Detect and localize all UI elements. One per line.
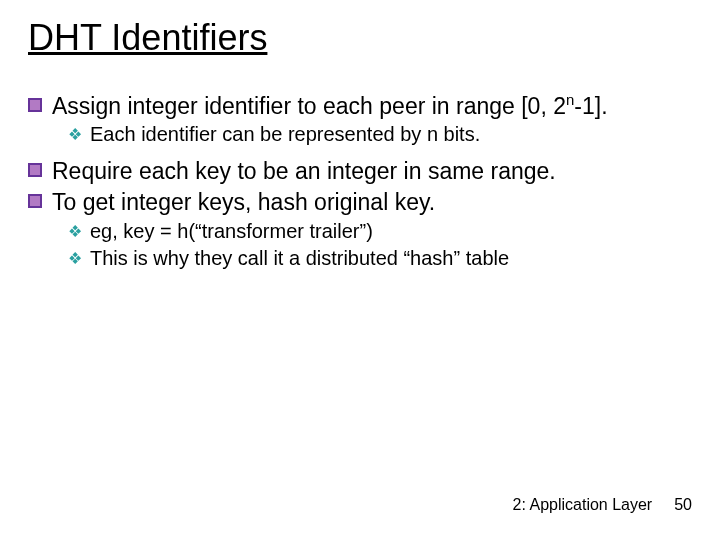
- slide-title: DHT Identifiers: [28, 18, 692, 58]
- bullet-hash-key: To get integer keys, hash original key.: [28, 188, 692, 217]
- diamond-bullet-icon: ❖: [68, 127, 82, 143]
- slide-content: Assign integer identifier to each peer i…: [28, 92, 692, 271]
- sub-bullet-n-bits: ❖ Each identifier can be represented by …: [68, 122, 692, 147]
- diamond-bullet-icon: ❖: [68, 251, 82, 267]
- slide: DHT Identifiers Assign integer identifie…: [0, 0, 720, 540]
- square-bullet-icon: [28, 194, 42, 208]
- bullet-text: Require each key to be an integer in sam…: [52, 157, 692, 186]
- bullet-text: Assign integer identifier to each peer i…: [52, 92, 692, 121]
- slide-footer: 2: Application Layer 50: [513, 496, 692, 514]
- sub-bullet-why-called-dht: ❖ This is why they call it a distributed…: [68, 246, 692, 271]
- bullet-require-key: Require each key to be an integer in sam…: [28, 157, 692, 186]
- sub-bullets-group: ❖ Each identifier can be represented by …: [68, 122, 692, 147]
- text-fragment: -1].: [574, 93, 607, 119]
- sub-bullets-group: ❖ eg, key = h(“transformer trailer”) ❖ T…: [68, 219, 692, 271]
- sub-bullet-text: This is why they call it a distributed “…: [90, 246, 692, 271]
- bullet-assign-identifier: Assign integer identifier to each peer i…: [28, 92, 692, 121]
- sub-bullet-example: ❖ eg, key = h(“transformer trailer”): [68, 219, 692, 244]
- diamond-bullet-icon: ❖: [68, 224, 82, 240]
- sub-bullet-text: Each identifier can be represented by n …: [90, 122, 692, 147]
- text-fragment: Assign integer identifier to each peer i…: [52, 93, 566, 119]
- square-bullet-icon: [28, 163, 42, 177]
- sub-bullet-text: eg, key = h(“transformer trailer”): [90, 219, 692, 244]
- footer-section: 2: Application Layer: [513, 496, 653, 514]
- bullet-text: To get integer keys, hash original key.: [52, 188, 692, 217]
- square-bullet-icon: [28, 98, 42, 112]
- page-number: 50: [674, 496, 692, 514]
